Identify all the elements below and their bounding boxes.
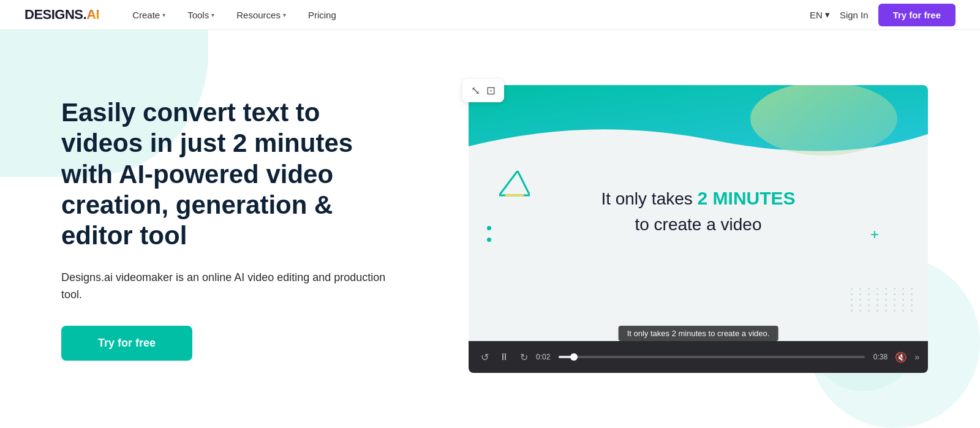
lang-label: EN [810,10,823,20]
nav-tools[interactable]: Tools ▾ [179,6,223,24]
nav-pricing[interactable]: Pricing [300,6,345,24]
nav-items: Create ▾ Tools ▾ Resources ▾ Pricing [124,6,810,24]
skip-icon[interactable]: » [914,352,919,362]
logo-ai: AI [86,7,99,22]
forward-icon[interactable]: ↻ [516,351,531,363]
hero-try-free-button[interactable]: Try for free [61,326,192,361]
nav-tools-label: Tools [187,10,209,20]
video-text-suffix: to create a video [635,215,761,234]
hero-left: Easily convert text to videos in just 2 … [61,97,417,361]
sign-in-button[interactable]: Sign In [840,10,869,20]
video-text-prefix: It only takes [601,189,697,208]
total-time: 0:38 [873,353,888,361]
current-time: 0:02 [536,353,550,361]
logo[interactable]: DESIGNS.AI [24,7,99,23]
nav-resources[interactable]: Resources ▾ [228,6,295,24]
hero-description: Designs.ai videomaker is an online AI vi… [61,269,392,304]
hero-title: Easily convert text to videos in just 2 … [61,97,392,252]
nav-create-label: Create [132,10,160,20]
chevron-down-icon: ▾ [283,12,286,18]
video-player: ⤡ ⊡ [469,85,928,373]
logo-text: DESIGNS.AI [24,7,99,23]
progress-bar[interactable] [559,356,864,358]
logo-main: DESIGNS. [24,7,86,22]
language-selector[interactable]: EN ▾ [810,9,830,20]
nav-right: EN ▾ Sign In Try for free [810,4,956,26]
screen-icon[interactable]: ⊡ [486,84,496,97]
nav-try-free-button[interactable]: Try for free [878,4,956,26]
pause-icon[interactable]: ⏸ [497,351,511,362]
chevron-down-icon: ▾ [162,12,165,18]
nav-pricing-label: Pricing [308,10,336,20]
progress-thumb [570,353,578,361]
nav-create[interactable]: Create ▾ [124,6,174,24]
video-controls: ↺ ⏸ ↻ 0:02 0:38 🔇 » [469,341,928,373]
expand-icon[interactable]: ⤡ [471,84,480,97]
video-highlight: 2 MINUTES [698,188,796,208]
rewind-icon[interactable]: ↺ [477,351,492,363]
volume-icon[interactable]: 🔇 [895,351,907,363]
video-main-text: It only takes 2 MINUTES to create a vide… [601,184,795,238]
chevron-down-icon: ▾ [211,12,214,18]
chevron-down-icon: ▾ [825,9,830,20]
nav-resources-label: Resources [236,10,281,20]
video-expand-icons[interactable]: ⤡ ⊡ [462,79,504,102]
navbar: DESIGNS.AI Create ▾ Tools ▾ Resources ▾ … [0,0,980,30]
hero-section: Easily convert text to videos in just 2 … [0,30,980,428]
hero-right: ⤡ ⊡ [417,30,980,428]
video-subtitle: It only takes 2 minutes to create a vide… [619,326,778,341]
